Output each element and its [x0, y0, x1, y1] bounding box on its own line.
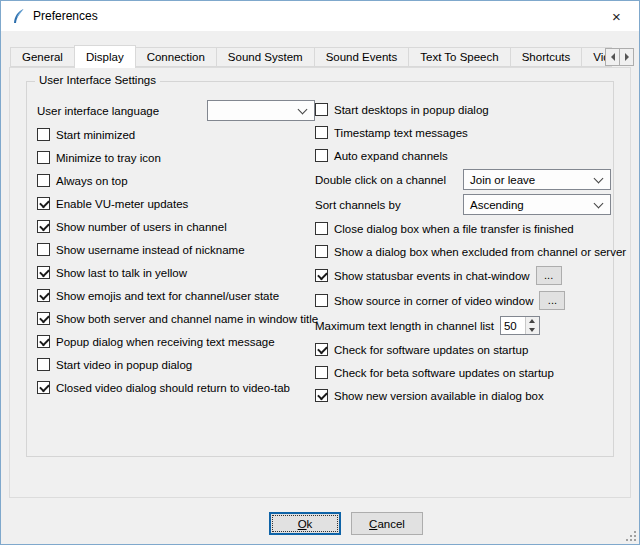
- checkbox-label: Show a dialog box when excluded from cha…: [334, 246, 626, 258]
- spinner-buttons: [525, 317, 539, 334]
- tab-general[interactable]: General: [10, 47, 75, 67]
- checkbox-box: [37, 335, 50, 348]
- title-bar: Preferences ×: [1, 1, 639, 31]
- cancel-button-mnemonic: C: [369, 518, 377, 530]
- checkbox-label: Popup dialog when receiving text message: [56, 336, 275, 348]
- language-label: User interface language: [37, 105, 207, 117]
- close-icon: ×: [612, 8, 621, 25]
- checkbox-start-video-popup[interactable]: Start video in popup dialog: [37, 353, 315, 376]
- tab-bar: General Display Connection Sound System …: [10, 45, 612, 68]
- close-button[interactable]: ×: [594, 1, 639, 31]
- checkbox-start-desktops-popup[interactable]: Start desktops in popup dialog: [315, 98, 611, 121]
- checkbox-video-source-corner[interactable]: Show source in corner of video window ..…: [315, 288, 611, 313]
- checkbox-always-on-top[interactable]: Always on top: [37, 169, 315, 192]
- left-column: User interface language Start minimized …: [37, 98, 315, 399]
- tab-connection[interactable]: Connection: [135, 47, 217, 67]
- checkbox-label: Start desktops in popup dialog: [334, 104, 489, 116]
- spin-up-button[interactable]: [526, 317, 539, 326]
- checkbox-popup-text-message[interactable]: Popup dialog when receiving text message: [37, 330, 315, 353]
- ok-button-label: k: [307, 518, 313, 530]
- checkbox-label: Show source in corner of video window: [334, 295, 533, 307]
- checkbox-closed-video-return-tab[interactable]: Closed video dialog should return to vid…: [37, 376, 315, 399]
- max-text-length-label: Maximum text length in channel list: [315, 320, 494, 332]
- checkbox-label: Closed video dialog should return to vid…: [56, 382, 290, 394]
- checkbox-box: [37, 312, 50, 325]
- checkbox-box: [37, 174, 50, 187]
- checkbox-label: Minimize to tray icon: [56, 152, 161, 164]
- checkbox-label: Auto expand channels: [334, 150, 448, 162]
- cancel-button-label: ancel: [377, 518, 405, 530]
- tab-display[interactable]: Display: [74, 45, 136, 68]
- checkbox-box: [37, 243, 50, 256]
- checkbox-box: [37, 197, 50, 210]
- checkbox-box: [37, 151, 50, 164]
- language-combo[interactable]: [207, 100, 315, 121]
- checkbox-emojis-text-state[interactable]: Show emojis and text for channel/user st…: [37, 284, 315, 307]
- checkbox-box: [315, 126, 328, 139]
- language-row: User interface language: [37, 98, 315, 123]
- double-click-row: Double click on a channel Join or leave: [315, 167, 611, 192]
- checkbox-server-channel-in-title[interactable]: Show both server and channel name in win…: [37, 307, 315, 330]
- tab-text-to-speech[interactable]: Text To Speech: [408, 47, 510, 67]
- checkbox-label: Check for software updates on startup: [334, 344, 528, 356]
- checkbox-label: Show username instead of nickname: [56, 244, 245, 256]
- checkbox-label: Show both server and channel name in win…: [56, 313, 318, 325]
- app-icon: [9, 7, 27, 25]
- sort-channels-label: Sort channels by: [315, 199, 463, 211]
- sort-channels-combo[interactable]: Ascending: [463, 194, 611, 215]
- statusbar-events-browse-button[interactable]: ...: [536, 266, 562, 285]
- checkbox-show-username[interactable]: Show username instead of nickname: [37, 238, 315, 261]
- right-column: Start desktops in popup dialog Timestamp…: [315, 98, 611, 407]
- checkbox-box: [37, 358, 50, 371]
- checkbox-box: [37, 128, 50, 141]
- tab-sound-system[interactable]: Sound System: [216, 47, 315, 67]
- tab-scroll-left-button[interactable]: [605, 48, 620, 66]
- double-click-combo[interactable]: Join or leave: [463, 169, 611, 190]
- checkbox-beta-updates[interactable]: Check for beta software updates on start…: [315, 361, 611, 384]
- tab-scroll-right-button[interactable]: [619, 48, 634, 66]
- checkbox-label: Close dialog box when a file transfer is…: [334, 223, 574, 235]
- tab-scroll-control: [606, 48, 634, 66]
- checkbox-box: [37, 289, 50, 302]
- tab-shortcuts[interactable]: Shortcuts: [510, 47, 583, 67]
- checkbox-label: Timestamp text messages: [334, 127, 468, 139]
- video-source-browse-button[interactable]: ...: [539, 291, 565, 310]
- resize-grip[interactable]: [625, 530, 637, 542]
- checkbox-label: Show last to talk in yellow: [56, 267, 187, 279]
- max-text-length-row: Maximum text length in channel list 50: [315, 313, 611, 338]
- checkbox-new-version-dialog[interactable]: Show new version available in dialog box: [315, 384, 611, 407]
- max-text-spinner[interactable]: 50: [500, 316, 540, 335]
- checkbox-close-filetransfer-dialog[interactable]: Close dialog box when a file transfer is…: [315, 217, 611, 240]
- checkbox-box: [315, 294, 328, 307]
- sort-channels-row: Sort channels by Ascending: [315, 192, 611, 217]
- checkbox-box: [315, 222, 328, 235]
- sort-channels-value: Ascending: [470, 199, 524, 211]
- checkbox-timestamp-messages[interactable]: Timestamp text messages: [315, 121, 611, 144]
- ok-button-mnemonic: O: [298, 518, 307, 530]
- checkbox-start-minimized[interactable]: Start minimized: [37, 123, 315, 146]
- checkbox-label: Show new version available in dialog box: [334, 390, 544, 402]
- checkbox-box: [37, 266, 50, 279]
- window-title: Preferences: [33, 9, 98, 23]
- spin-down-button[interactable]: [526, 326, 539, 335]
- checkbox-software-updates[interactable]: Check for software updates on startup: [315, 338, 611, 361]
- cancel-button[interactable]: Cancel: [351, 512, 423, 535]
- double-click-value: Join or leave: [470, 174, 535, 186]
- checkbox-minimize-to-tray[interactable]: Minimize to tray icon: [37, 146, 315, 169]
- checkbox-vu-meter-updates[interactable]: Enable VU-meter updates: [37, 192, 315, 215]
- ok-button[interactable]: Ok: [269, 512, 341, 535]
- display-tab-page: User Interface Settings User interface l…: [9, 67, 631, 498]
- checkbox-statusbar-events[interactable]: Show statusbar events in chat-window ...: [315, 263, 611, 288]
- checkbox-label: Show number of users in channel: [56, 221, 227, 233]
- max-text-value[interactable]: 50: [501, 317, 525, 334]
- arrow-down-icon: [529, 328, 535, 332]
- checkbox-label: Check for beta software updates on start…: [334, 367, 554, 379]
- checkbox-auto-expand-channels[interactable]: Auto expand channels: [315, 144, 611, 167]
- checkbox-excluded-dialog[interactable]: Show a dialog box when excluded from cha…: [315, 240, 611, 263]
- tab-sound-events[interactable]: Sound Events: [314, 47, 410, 67]
- checkbox-label: Show emojis and text for channel/user st…: [56, 290, 279, 302]
- checkbox-box: [315, 269, 328, 282]
- checkbox-show-user-count[interactable]: Show number of users in channel: [37, 215, 315, 238]
- chevron-down-icon: [594, 174, 604, 184]
- checkbox-last-to-talk-yellow[interactable]: Show last to talk in yellow: [37, 261, 315, 284]
